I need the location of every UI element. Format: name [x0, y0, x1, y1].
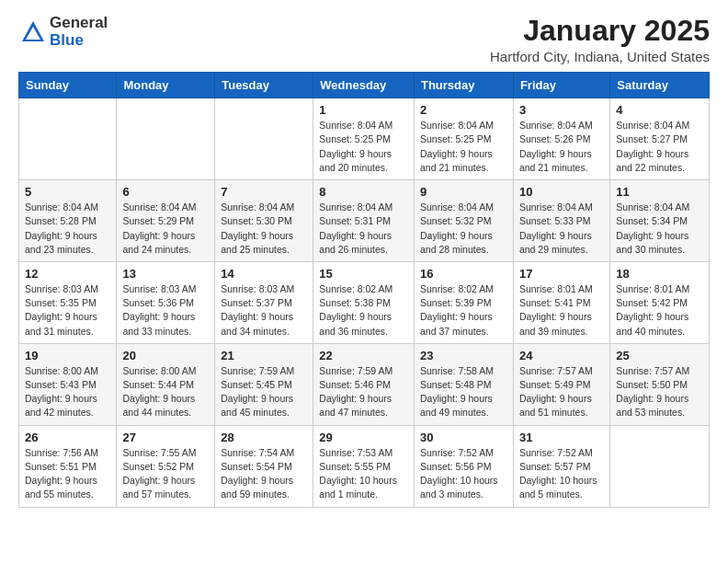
table-row — [610, 425, 710, 507]
table-row: 7Sunrise: 8:04 AM Sunset: 5:30 PM Daylig… — [215, 180, 313, 262]
day-info: Sunrise: 8:04 AM Sunset: 5:31 PM Dayligh… — [319, 201, 408, 257]
day-info: Sunrise: 7:52 AM Sunset: 5:57 PM Dayligh… — [519, 446, 604, 502]
day-info: Sunrise: 7:59 AM Sunset: 5:46 PM Dayligh… — [319, 364, 408, 420]
day-number: 25 — [616, 349, 703, 362]
day-info: Sunrise: 7:57 AM Sunset: 5:49 PM Dayligh… — [519, 364, 604, 420]
day-info: Sunrise: 8:04 AM Sunset: 5:32 PM Dayligh… — [420, 201, 507, 257]
table-row: 27Sunrise: 7:55 AM Sunset: 5:52 PM Dayli… — [117, 425, 215, 507]
day-number: 23 — [420, 349, 507, 362]
day-number: 29 — [319, 431, 408, 444]
day-info: Sunrise: 7:58 AM Sunset: 5:48 PM Dayligh… — [420, 364, 507, 420]
day-number: 14 — [221, 267, 307, 281]
page: General Blue January 2025 Hartford City,… — [0, 0, 728, 523]
day-number: 26 — [25, 431, 110, 444]
table-row: 4Sunrise: 8:04 AM Sunset: 5:27 PM Daylig… — [610, 98, 710, 180]
header: General Blue January 2025 Hartford City,… — [18, 15, 710, 64]
day-number: 3 — [519, 103, 604, 117]
day-info: Sunrise: 8:02 AM Sunset: 5:39 PM Dayligh… — [420, 282, 507, 339]
location-title: Hartford City, Indiana, United States — [490, 49, 710, 64]
col-thursday: Thursday — [414, 73, 513, 98]
col-monday: Monday — [117, 73, 215, 98]
table-row: 20Sunrise: 8:00 AM Sunset: 5:44 PM Dayli… — [117, 343, 215, 425]
day-number: 7 — [221, 185, 307, 199]
table-row: 11Sunrise: 8:04 AM Sunset: 5:34 PM Dayli… — [610, 180, 710, 262]
table-row: 18Sunrise: 8:01 AM Sunset: 5:42 PM Dayli… — [610, 261, 710, 343]
day-number: 2 — [420, 103, 507, 117]
table-row: 21Sunrise: 7:59 AM Sunset: 5:45 PM Dayli… — [215, 343, 313, 425]
day-info: Sunrise: 8:03 AM Sunset: 5:36 PM Dayligh… — [122, 282, 209, 339]
table-row: 31Sunrise: 7:52 AM Sunset: 5:57 PM Dayli… — [513, 425, 609, 507]
table-row: 28Sunrise: 7:54 AM Sunset: 5:54 PM Dayli… — [215, 425, 313, 507]
logo-blue-text: Blue — [50, 32, 108, 50]
day-info: Sunrise: 8:01 AM Sunset: 5:42 PM Dayligh… — [616, 282, 703, 339]
day-number: 18 — [616, 267, 703, 281]
day-info: Sunrise: 8:04 AM Sunset: 5:27 PM Dayligh… — [616, 119, 703, 175]
calendar-header-row: Sunday Monday Tuesday Wednesday Thursday… — [19, 73, 710, 98]
day-number: 27 — [122, 431, 209, 444]
calendar: Sunday Monday Tuesday Wednesday Thursday… — [18, 72, 710, 507]
day-number: 4 — [616, 103, 703, 117]
table-row: 30Sunrise: 7:52 AM Sunset: 5:56 PM Dayli… — [414, 425, 513, 507]
table-row: 14Sunrise: 8:03 AM Sunset: 5:37 PM Dayli… — [215, 261, 313, 343]
day-number: 17 — [519, 267, 604, 281]
day-info: Sunrise: 8:00 AM Sunset: 5:44 PM Dayligh… — [122, 364, 209, 420]
table-row: 13Sunrise: 8:03 AM Sunset: 5:36 PM Dayli… — [117, 261, 215, 343]
table-row: 9Sunrise: 8:04 AM Sunset: 5:32 PM Daylig… — [414, 180, 513, 262]
day-info: Sunrise: 8:00 AM Sunset: 5:43 PM Dayligh… — [25, 364, 110, 420]
logo: General Blue — [18, 15, 108, 49]
day-info: Sunrise: 8:04 AM Sunset: 5:33 PM Dayligh… — [519, 201, 604, 257]
day-info: Sunrise: 8:04 AM Sunset: 5:25 PM Dayligh… — [319, 119, 408, 175]
day-number: 21 — [221, 349, 307, 362]
day-number: 9 — [420, 185, 507, 199]
table-row: 16Sunrise: 8:02 AM Sunset: 5:39 PM Dayli… — [414, 261, 513, 343]
table-row: 8Sunrise: 8:04 AM Sunset: 5:31 PM Daylig… — [313, 180, 415, 262]
day-number: 16 — [420, 267, 507, 281]
day-number: 11 — [616, 185, 703, 199]
day-info: Sunrise: 8:02 AM Sunset: 5:38 PM Dayligh… — [319, 282, 408, 339]
day-number: 28 — [221, 431, 307, 444]
day-info: Sunrise: 8:03 AM Sunset: 5:35 PM Dayligh… — [25, 282, 110, 339]
day-number: 19 — [25, 349, 110, 362]
day-info: Sunrise: 7:56 AM Sunset: 5:51 PM Dayligh… — [25, 446, 110, 502]
table-row: 3Sunrise: 8:04 AM Sunset: 5:26 PM Daylig… — [513, 98, 609, 180]
table-row — [19, 98, 117, 180]
table-row: 1Sunrise: 8:04 AM Sunset: 5:25 PM Daylig… — [313, 98, 415, 180]
day-info: Sunrise: 8:04 AM Sunset: 5:29 PM Dayligh… — [122, 201, 209, 257]
table-row: 24Sunrise: 7:57 AM Sunset: 5:49 PM Dayli… — [513, 343, 609, 425]
day-info: Sunrise: 8:03 AM Sunset: 5:37 PM Dayligh… — [221, 282, 307, 339]
day-number: 24 — [519, 349, 604, 362]
table-row: 15Sunrise: 8:02 AM Sunset: 5:38 PM Dayli… — [313, 261, 415, 343]
col-wednesday: Wednesday — [313, 73, 415, 98]
calendar-week-row: 12Sunrise: 8:03 AM Sunset: 5:35 PM Dayli… — [19, 261, 710, 343]
table-row: 10Sunrise: 8:04 AM Sunset: 5:33 PM Dayli… — [513, 180, 609, 262]
day-number: 15 — [319, 267, 408, 281]
table-row — [117, 98, 215, 180]
table-row: 23Sunrise: 7:58 AM Sunset: 5:48 PM Dayli… — [414, 343, 513, 425]
table-row: 26Sunrise: 7:56 AM Sunset: 5:51 PM Dayli… — [19, 425, 117, 507]
day-number: 5 — [25, 185, 110, 199]
col-sunday: Sunday — [19, 73, 117, 98]
day-info: Sunrise: 7:59 AM Sunset: 5:45 PM Dayligh… — [221, 364, 307, 420]
day-info: Sunrise: 8:04 AM Sunset: 5:34 PM Dayligh… — [616, 201, 703, 257]
logo-text: General Blue — [50, 15, 108, 49]
table-row: 17Sunrise: 8:01 AM Sunset: 5:41 PM Dayli… — [513, 261, 609, 343]
calendar-week-row: 1Sunrise: 8:04 AM Sunset: 5:25 PM Daylig… — [19, 98, 710, 180]
table-row: 6Sunrise: 8:04 AM Sunset: 5:29 PM Daylig… — [117, 180, 215, 262]
day-number: 30 — [420, 431, 507, 444]
table-row: 25Sunrise: 7:57 AM Sunset: 5:50 PM Dayli… — [610, 343, 710, 425]
day-number: 31 — [519, 431, 604, 444]
day-info: Sunrise: 8:01 AM Sunset: 5:41 PM Dayligh… — [519, 282, 604, 339]
day-number: 13 — [122, 267, 209, 281]
col-tuesday: Tuesday — [215, 73, 313, 98]
day-info: Sunrise: 8:04 AM Sunset: 5:25 PM Dayligh… — [420, 119, 507, 175]
title-area: January 2025 Hartford City, Indiana, Uni… — [490, 15, 710, 64]
logo-icon — [20, 19, 46, 45]
calendar-week-row: 26Sunrise: 7:56 AM Sunset: 5:51 PM Dayli… — [19, 425, 710, 507]
day-info: Sunrise: 8:04 AM Sunset: 5:28 PM Dayligh… — [25, 201, 110, 257]
day-number: 1 — [319, 103, 408, 117]
day-info: Sunrise: 7:54 AM Sunset: 5:54 PM Dayligh… — [221, 446, 307, 502]
calendar-week-row: 5Sunrise: 8:04 AM Sunset: 5:28 PM Daylig… — [19, 180, 710, 262]
month-title: January 2025 — [490, 15, 710, 47]
calendar-week-row: 19Sunrise: 8:00 AM Sunset: 5:43 PM Dayli… — [19, 343, 710, 425]
table-row: 19Sunrise: 8:00 AM Sunset: 5:43 PM Dayli… — [19, 343, 117, 425]
